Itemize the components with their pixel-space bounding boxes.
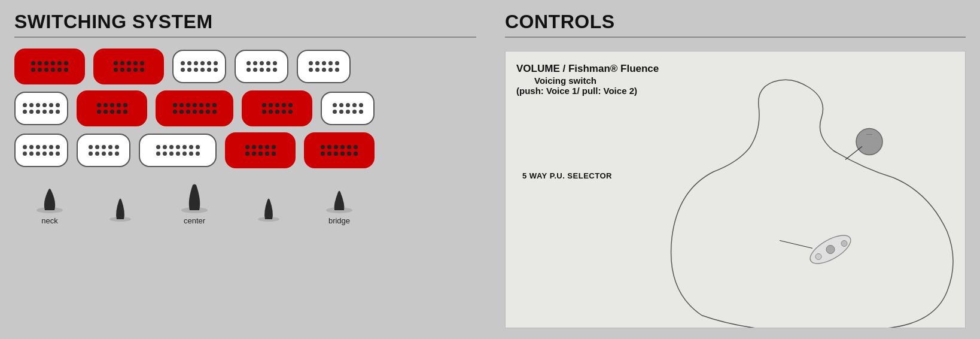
controls-panel: CONTROLS VOLUME / Fishman® Fluence Voici… (491, 0, 980, 339)
bridge-label: bridge (328, 216, 350, 225)
switch-mid-left (93, 194, 147, 225)
pickup-3-5 (304, 132, 375, 168)
pickup-row-1 (14, 49, 476, 84)
neck-label: neck (41, 216, 57, 225)
switching-title: SWITCHING SYSTEM (14, 11, 476, 33)
pickup-3-2 (77, 134, 130, 167)
pickup-row-2 (14, 90, 476, 126)
mid-right-switch-icon (254, 194, 284, 223)
voicing-label: Voicing switch (534, 75, 659, 86)
guitar-diagram-svg (654, 52, 965, 328)
pickup-1-1 (14, 49, 85, 84)
volume-label: VOLUME / Fishman® Fluence (516, 62, 659, 75)
svg-point-8 (815, 254, 821, 260)
pickup-grid (14, 49, 476, 168)
switch-icons-row: neck center (14, 183, 476, 225)
bridge-switch-icon (321, 185, 357, 214)
neck-switch-icon (32, 185, 68, 214)
pickup-2-3 (156, 90, 233, 126)
controls-title: CONTROLS (505, 11, 966, 33)
controls-divider (505, 37, 966, 38)
voicing-desc: (push: Voice 1/ pull: Voice 2) (516, 86, 659, 96)
svg-line-11 (780, 241, 812, 249)
pickup-2-5 (321, 92, 375, 125)
controls-diagram: VOLUME / Fishman® Fluence Voicing switch… (505, 51, 966, 328)
pickup-2-4 (242, 90, 312, 126)
pickup-row-3 (14, 132, 476, 168)
pickup-3-1 (14, 134, 68, 167)
mid-left-switch-icon (105, 194, 135, 223)
switching-panel: SWITCHING SYSTEM (0, 0, 491, 339)
center-switch-icon (176, 183, 212, 214)
svg-line-12 (845, 147, 862, 160)
switching-divider (14, 37, 476, 38)
selector-label: 5 WAY P.U. SELECTOR (522, 171, 612, 180)
center-label: center (184, 216, 205, 225)
pickup-1-5 (297, 50, 351, 83)
switch-mid-right (242, 194, 296, 225)
pickup-3-3 (139, 134, 217, 167)
pickup-1-3 (172, 50, 226, 83)
controls-text: VOLUME / Fishman® Fluence Voicing switch… (516, 62, 659, 96)
switch-center: center (156, 183, 233, 225)
svg-point-9 (841, 241, 847, 247)
svg-point-5 (856, 129, 882, 155)
pickup-3-4 (225, 132, 296, 168)
switch-bridge: bridge (304, 185, 375, 225)
svg-point-10 (826, 246, 835, 254)
pickup-2-1 (14, 92, 68, 125)
pickup-1-4 (235, 50, 288, 83)
switch-neck: neck (14, 185, 85, 225)
pickup-2-2 (77, 90, 147, 126)
pickup-1-2 (93, 49, 164, 84)
